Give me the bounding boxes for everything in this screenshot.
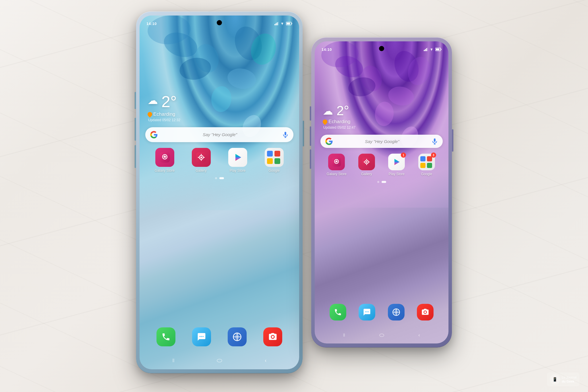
nav-recent-left[interactable]: ⫴ — [172, 358, 175, 364]
galaxy-store-icon-left[interactable] — [155, 148, 174, 167]
search-hint-left: Say "Hey Google" — [158, 132, 282, 137]
play-store-icon-left[interactable] — [228, 148, 247, 167]
play-store-icon-right[interactable]: 1 — [388, 154, 405, 170]
phones-container: 14:10 — [136, 11, 452, 373]
gallery-label-right: Gallery — [361, 172, 372, 176]
messages-icon-svg-r — [363, 308, 371, 316]
app-play-store-right[interactable]: 1 Play Store — [382, 154, 411, 176]
play-store-label-right: Play Store — [389, 172, 405, 176]
dot-2-left — [219, 177, 224, 179]
watermark-icon: 📱 — [550, 374, 560, 385]
nav-recent-right[interactable]: ⫴ — [343, 333, 345, 338]
messages-icon-svg — [197, 332, 206, 341]
weather-temp-left: ☁ 2° — [148, 92, 291, 111]
app-grid-right: Galaxy Store — [319, 154, 444, 176]
svg-point-42 — [366, 161, 367, 163]
wifi-icon — [280, 22, 284, 25]
google-grid-1-r — [420, 156, 425, 161]
dock-samsung-left[interactable] — [228, 327, 247, 346]
app-play-store-left[interactable]: Play Store — [220, 148, 255, 173]
play-store-label-left: Play Store — [230, 169, 245, 173]
gallery-icon-right[interactable] — [358, 154, 375, 170]
weather-updated-left: Updated 05/02 12:32 — [148, 118, 291, 122]
dock-phone-right[interactable] — [330, 304, 346, 320]
camera-hole-left — [217, 20, 222, 25]
svg-point-21 — [200, 336, 201, 337]
nav-bar-right: ⫴ ⬭ ‹ — [315, 332, 448, 338]
dock-camera-left[interactable] — [263, 327, 282, 346]
google-grid-3 — [267, 158, 273, 164]
weather-location-right: Echarding — [323, 119, 440, 125]
google-grid-2 — [274, 151, 280, 157]
vol-down-button-right[interactable] — [310, 149, 311, 169]
galaxy-store-icon-right[interactable] — [328, 154, 345, 170]
watermark: 📱 Le Journal du Geek — [547, 372, 579, 386]
galaxy-store-icon-svg-r — [332, 157, 341, 167]
nav-back-left[interactable]: ‹ — [265, 358, 266, 364]
search-bar-left[interactable]: Say "Hey Google" — [145, 127, 293, 142]
svg-rect-35 — [434, 138, 436, 142]
galaxy-store-label-left: Galaxy Store — [155, 169, 175, 173]
svg-point-4 — [282, 24, 283, 25]
app-galaxy-store-right[interactable]: Galaxy Store — [322, 154, 351, 176]
mic-icon-right[interactable] — [431, 138, 438, 145]
power-button-left[interactable] — [303, 121, 304, 146]
app-gallery-right[interactable]: Gallery — [352, 154, 381, 176]
samsung-internet-icon-svg-r — [392, 308, 400, 316]
google-label-right: Google — [421, 172, 432, 176]
watermark-line2: du Geek — [562, 379, 577, 383]
svg-rect-2 — [277, 22, 278, 25]
phone-right: 14:10 — [311, 37, 452, 347]
app-galaxy-store-left[interactable]: Galaxy Store — [147, 148, 182, 173]
app-grid-left: Galaxy Store — [144, 148, 295, 173]
location-pin-right — [322, 119, 328, 125]
nav-home-right[interactable]: ⬭ — [379, 332, 384, 338]
svg-rect-0 — [274, 24, 275, 25]
power-button-right[interactable] — [452, 129, 453, 152]
svg-point-49 — [367, 311, 368, 312]
mic-icon-left[interactable] — [282, 131, 289, 138]
google-grid-4-r — [427, 163, 432, 168]
google-g-logo-right — [325, 137, 333, 145]
vol-up-button-right[interactable] — [310, 126, 311, 146]
google-icon-left[interactable] — [265, 148, 284, 167]
dock-phone-left[interactable] — [156, 327, 175, 346]
google-label-left: Google — [268, 169, 280, 173]
vol-up-button-left[interactable] — [135, 118, 136, 141]
camera-hole-right — [379, 46, 384, 51]
nav-back-right[interactable]: ‹ — [418, 333, 420, 338]
camera-icon-svg — [268, 332, 277, 341]
nav-home-left[interactable]: ⬭ — [217, 357, 222, 364]
galaxy-store-label-right: Galaxy Store — [327, 172, 347, 176]
google-g-logo-left — [150, 131, 158, 139]
svg-point-22 — [201, 336, 202, 337]
camera-icon-svg-r — [421, 308, 429, 316]
signal-icon — [274, 22, 278, 25]
cloud-icon-right: ☁ — [323, 105, 333, 117]
bixby-button-right[interactable] — [310, 106, 311, 121]
weather-temp-right: ☁ 2° — [323, 103, 440, 118]
vol-down-button-left[interactable] — [135, 145, 136, 168]
search-bar-right[interactable]: Say "Hey Google" — [320, 135, 443, 148]
dock-samsung-right[interactable] — [388, 304, 405, 320]
gallery-label-left: Gallery — [196, 169, 206, 173]
app-google-right[interactable]: 3 Google — [412, 154, 441, 176]
svg-rect-34 — [441, 49, 442, 50]
svg-rect-33 — [436, 49, 439, 50]
bixby-button-left[interactable] — [135, 92, 136, 109]
play-store-icon-svg-r — [391, 157, 402, 167]
gallery-icon-left[interactable] — [192, 148, 211, 167]
nav-bar-left: ⫴ ⬭ ‹ — [140, 357, 299, 364]
status-time-right: 14:10 — [322, 47, 332, 52]
dock-messages-left[interactable] — [192, 327, 211, 346]
app-google-left[interactable]: Google — [256, 148, 292, 173]
weather-location-left: Echarding — [148, 111, 291, 117]
galaxy-store-icon-svg — [160, 152, 170, 163]
svg-rect-28 — [425, 49, 426, 51]
svg-rect-7 — [292, 23, 292, 24]
dock-camera-right[interactable] — [417, 304, 434, 320]
status-time-left: 14:10 — [146, 22, 157, 26]
app-gallery-left[interactable]: Gallery — [183, 148, 219, 173]
dock-messages-right[interactable] — [359, 304, 375, 320]
page-dots-left — [140, 177, 299, 179]
